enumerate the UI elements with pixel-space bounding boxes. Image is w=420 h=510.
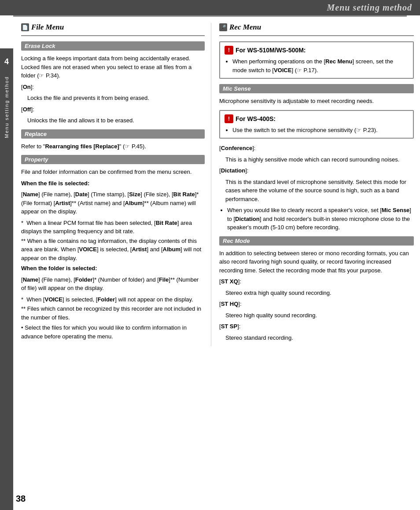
rec-mode-content: In addition to selecting between stereo … [219, 249, 414, 342]
mode-list: [Conference]: This is a highly sensitive… [219, 144, 414, 232]
ws400-list: Use the switch to set the microphone sen… [232, 126, 409, 135]
replace-content: Refer to "Rearranging files [Replace]" (… [21, 142, 205, 151]
dictation-bullet-1: When you would like to clearly record a … [227, 206, 414, 232]
file-menu-title: 📄 File Menu [21, 23, 205, 32]
conference-desc: This is a highly sensitive mode which ca… [219, 155, 414, 164]
property-bullet: • Select the files for which you would l… [21, 323, 205, 341]
side-tab-number: 4 [4, 57, 9, 66]
file-asterisks: * When a linear PCM format file has been… [21, 219, 205, 263]
asterisk-2: ** When a file contains no tag informati… [21, 237, 205, 263]
rec-menu-label: Rec Menu [229, 23, 261, 32]
st-xq-label: [ST XQ]: [219, 277, 414, 286]
file-menu-label: File Menu [31, 23, 64, 32]
property-label: Property [25, 156, 48, 163]
erase-lock-on-desc: Locks the file and prevents it from bein… [21, 94, 205, 103]
replace-para: Refer to "Rearranging files [Replace]" (… [21, 142, 205, 151]
erase-lock-header: Erase Lock [21, 41, 205, 51]
side-tab: 4 Menu setting method [0, 48, 13, 510]
rec-mode-label: Rec Mode [223, 238, 250, 244]
ws510-box: ! For WS-510M/WS-500M: When performing o… [219, 41, 414, 79]
ws400-title: ! For WS-400S: [225, 114, 409, 123]
ws510-list: When performing operations on the [Rec M… [232, 57, 409, 74]
st-sp-desc: Stereo standard recording. [219, 334, 414, 342]
rec-mode-intro: In addition to selecting between stereo … [219, 249, 414, 275]
folder-asterisk-1: * When [VOICE] is selected, [Folder] wil… [21, 295, 205, 304]
folder-selected-body: [Name] (File name), [Folder]* (Number of… [21, 275, 205, 293]
mic-sense-header: Mic Sense [219, 84, 414, 93]
st-hq-label: [ST HQ]: [219, 300, 414, 308]
ws400-box: ! For WS-400S: Use the switch to set the… [219, 110, 414, 139]
rec-menu-title: 🎤 Rec Menu [219, 23, 414, 32]
file-menu-icon: 📄 [21, 23, 29, 31]
mic-sense-content: Microphone sensitivity is adjustable to … [219, 97, 414, 106]
page-number: 38 [16, 494, 26, 504]
ws400-item-1: Use the switch to set the microphone sen… [232, 126, 409, 135]
ws400-title-text: For WS-400S: [236, 115, 276, 122]
st-hq-desc: Stereo high quality sound recording. [219, 311, 414, 320]
st-sp-label: [ST SP]: [219, 322, 414, 331]
rec-menu-divider [219, 35, 414, 36]
mic-sense-label: Mic Sense [223, 85, 251, 92]
ws510-title-text: For WS-510M/WS-500M: [236, 47, 306, 54]
folder-asterisk-2: ** Files which cannot be recognized by t… [21, 305, 205, 322]
ws400-icon: ! [225, 114, 233, 123]
dictation-label: [Dictation]: [219, 166, 414, 175]
file-selected-header: When the file is selected: [21, 179, 205, 188]
right-column: 🎤 Rec Menu ! For WS-510M/WS-500M: When p… [211, 23, 420, 346]
erase-lock-on-label: [On]: [21, 83, 205, 92]
file-selected-body: [Name] (File name), [Date] (Time stamp),… [21, 190, 205, 216]
folder-selected-header: When the folder is selected: [21, 264, 205, 273]
ws510-item-1: When performing operations on the [Rec M… [232, 57, 409, 74]
erase-lock-off-desc: Unlocks the file and allows it to be era… [21, 116, 205, 125]
mic-sense-intro: Microphone sensitivity is adjustable to … [219, 97, 414, 106]
replace-header: Replace [21, 129, 205, 139]
page-header: Menu setting method [0, 0, 420, 15]
content-area: 📄 File Menu Erase Lock Locking a file ke… [13, 17, 420, 346]
erase-lock-para1: Locking a file keeps important data from… [21, 54, 205, 80]
file-menu-divider [21, 35, 205, 36]
erase-lock-label: Erase Lock [25, 43, 55, 49]
replace-label: Replace [25, 131, 47, 137]
conference-label: [Conference]: [219, 144, 414, 153]
property-content: File and folder information can be confi… [21, 168, 205, 341]
page-title: Menu setting method [327, 3, 412, 12]
folder-asterisks: * When [VOICE] is selected, [Folder] wil… [21, 295, 205, 322]
property-header: Property [21, 155, 205, 164]
st-xq-desc: Stereo extra high quality sound recordin… [219, 289, 414, 297]
ws510-title: ! For WS-510M/WS-500M: [225, 46, 409, 55]
asterisk-1: * When a linear PCM format file has been… [21, 219, 205, 236]
dictation-bullets: When you would like to clearly record a … [227, 206, 414, 232]
dictation-desc: This is the standard level of microphone… [219, 178, 414, 204]
ws510-icon: ! [225, 46, 233, 55]
erase-lock-content: Locking a file keeps important data from… [21, 54, 205, 125]
rec-mode-header: Rec Mode [219, 236, 414, 246]
left-column: 📄 File Menu Erase Lock Locking a file ke… [13, 23, 211, 346]
property-intro: File and folder information can be confi… [21, 168, 205, 176]
erase-lock-off-label: [Off]: [21, 105, 205, 114]
rec-menu-icon: 🎤 [219, 23, 227, 31]
side-tab-label: Menu setting method [4, 76, 9, 138]
